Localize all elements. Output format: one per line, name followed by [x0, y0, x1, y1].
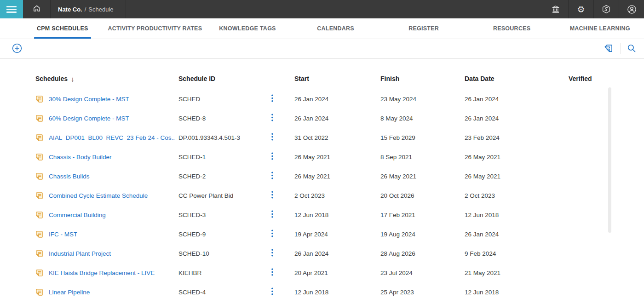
toolbar-divider [620, 43, 621, 54]
schedule-note-icon [35, 153, 43, 161]
tab-resources[interactable]: RESOURCES [468, 18, 556, 39]
start-date-cell: 12 Jun 2018 [294, 289, 380, 296]
row-menu-button[interactable] [270, 191, 294, 200]
schedule-id-cell: SCHED-4 [178, 289, 270, 296]
finish-date-cell: 15 Feb 2029 [380, 134, 465, 141]
table-header-row: Schedules ↓ Schedule ID Start Finish Dat… [35, 71, 644, 86]
hamburger-menu-button[interactable] [0, 0, 23, 18]
schedule-name-link[interactable]: IFC - MST [49, 231, 77, 238]
row-menu-button[interactable] [270, 268, 294, 277]
column-header-verified: Verified [569, 75, 605, 82]
schedule-name-link[interactable]: Chassis Builds [49, 173, 90, 180]
import-schedule-button[interactable] [603, 43, 614, 55]
finish-date-cell: 19 Aug 2024 [380, 231, 465, 238]
account-circle-icon [627, 5, 637, 14]
kebab-icon [271, 287, 273, 297]
app-logo-button[interactable] [593, 0, 619, 18]
row-menu-button[interactable] [270, 172, 294, 181]
row-menu-button[interactable] [270, 152, 294, 161]
schedule-id-cell: DP.001.93343.4.501-3 [178, 134, 270, 141]
kebab-icon [271, 114, 273, 123]
kebab-icon [271, 229, 273, 239]
row-menu-button[interactable] [270, 94, 294, 103]
breadcrumb-page: Schedule [88, 6, 113, 13]
tab-register[interactable]: REGISTER [380, 18, 468, 39]
data-date-cell: 21 May 2021 [465, 270, 569, 276]
column-header-schedule-id: Schedule ID [178, 75, 270, 82]
column-header-schedules[interactable]: Schedules ↓ [35, 75, 178, 83]
tab-knowledge-tags[interactable]: KNOWLEDGE TAGS [203, 18, 292, 39]
tab-cpm-schedules[interactable]: CPM SCHEDULES [18, 18, 107, 39]
home-icon [32, 4, 41, 15]
schedule-note-icon [35, 192, 43, 200]
start-date-cell: 19 Apr 2024 [294, 231, 380, 238]
finish-date-cell: 8 May 2024 [380, 115, 465, 122]
data-date-cell: 2 Oct 2023 [465, 192, 569, 199]
schedule-name-link[interactable]: 60% Design Complete - MST [49, 115, 129, 122]
schedules-table: Schedules ↓ Schedule ID Start Finish Dat… [0, 59, 644, 302]
schedule-name-link[interactable]: Combined Cycle Estimate Schedule [49, 192, 148, 199]
start-date-cell: 26 Jan 2024 [294, 250, 380, 257]
kebab-icon [271, 152, 273, 161]
start-date-cell: 26 Jan 2024 [294, 115, 380, 122]
organization-button[interactable] [543, 0, 568, 18]
row-menu-button[interactable] [270, 229, 294, 239]
data-date-cell: 26 Jan 2024 [465, 96, 569, 103]
schedule-note-icon [35, 269, 43, 277]
schedule-id-cell: SCHED-3 [178, 212, 270, 218]
schedule-note-icon [35, 250, 43, 258]
row-menu-button[interactable] [270, 133, 294, 142]
settings-button[interactable]: ⚙ [568, 0, 593, 18]
search-icon [627, 43, 637, 55]
schedule-id-cell: SCHED-9 [178, 231, 270, 238]
finish-date-cell: 28 Aug 2026 [380, 250, 465, 257]
home-button[interactable] [23, 0, 51, 18]
finish-date-cell: 23 Jul 2024 [380, 270, 465, 276]
data-date-cell: 9 Feb 2024 [465, 250, 569, 257]
finish-date-cell: 20 Oct 2026 [380, 192, 465, 199]
row-menu-button[interactable] [270, 210, 294, 219]
schedule-name-link[interactable]: Industrial Plant Project [49, 250, 111, 257]
kebab-icon [271, 268, 273, 277]
sort-desc-icon[interactable]: ↓ [71, 75, 75, 83]
row-menu-button[interactable] [270, 249, 294, 258]
top-app-bar: Nate Co. / Schedule ⚙ [0, 0, 644, 18]
breadcrumb-company[interactable]: Nate Co. [58, 6, 82, 13]
tab-machine-learning[interactable]: MACHINE LEARNING [556, 18, 644, 39]
tab-activity-productivity-rates[interactable]: ACTIVITY PRODUCTIVITY RATES [107, 18, 204, 39]
table-row: KIE Haisla Bridge Replacement - LIVE KIE… [35, 263, 644, 282]
start-date-cell: 2 Oct 2023 [294, 192, 380, 199]
schedule-id-cell: CC Power Plant Bid [178, 192, 270, 199]
row-menu-button[interactable] [270, 114, 294, 123]
vertical-scrollbar-thumb[interactable] [608, 87, 611, 233]
row-menu-button[interactable] [270, 287, 294, 297]
table-row: Chassis - Body Builder SCHED-1 26 May 20… [35, 147, 644, 166]
table-row: Combined Cycle Estimate Schedule CC Powe… [35, 186, 644, 205]
schedule-name-link[interactable]: KIE Haisla Bridge Replacement - LIVE [49, 270, 155, 276]
schedule-name-link[interactable]: Commercial Building [49, 212, 106, 218]
schedule-note-icon [35, 211, 43, 219]
module-tabbar: CPM SCHEDULESACTIVITY PRODUCTIVITY RATES… [0, 18, 644, 39]
schedule-name-link[interactable]: 30% Design Complete - MST [49, 96, 129, 103]
finish-date-cell: 8 Sep 2021 [380, 154, 465, 161]
schedule-name-link[interactable]: Linear Pipeline [49, 289, 90, 296]
start-date-cell: 20 Apr 2021 [294, 270, 380, 276]
tab-calendars[interactable]: CALENDARS [292, 18, 380, 39]
add-schedule-button[interactable] [12, 43, 22, 55]
column-header-finish: Finish [380, 75, 465, 82]
schedule-id-cell: SCHED-8 [178, 115, 270, 122]
bank-icon [551, 5, 560, 14]
schedule-toolbar [0, 39, 644, 59]
import-schedule-icon [603, 43, 614, 55]
kebab-icon [271, 172, 273, 181]
table-row: 30% Design Complete - MST SCHED 26 Jan 2… [35, 89, 644, 109]
search-button[interactable] [627, 43, 637, 55]
schedule-name-link[interactable]: Chassis - Body Builder [49, 154, 112, 161]
start-date-cell: 31 Oct 2022 [294, 134, 380, 141]
schedule-name-link[interactable]: AIAL_DP001_BL00_REVC_23 Feb 24 - Cos... [49, 134, 175, 141]
start-date-cell: 12 Jun 2018 [294, 212, 380, 218]
kebab-icon [271, 94, 273, 103]
data-date-cell: 23 Feb 2024 [465, 134, 569, 141]
account-button[interactable] [619, 0, 644, 18]
schedule-note-icon [35, 288, 43, 296]
